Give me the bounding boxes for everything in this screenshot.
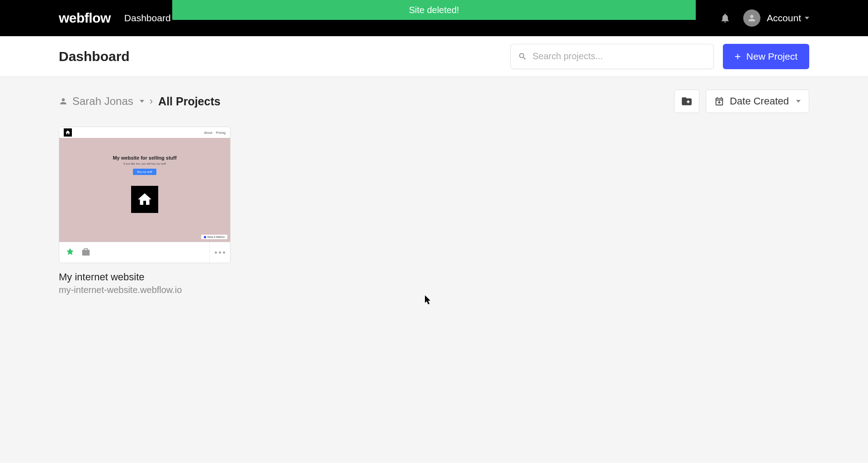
project-card-footer	[59, 242, 230, 263]
search-input[interactable]	[533, 51, 706, 61]
project-more-menu[interactable]	[209, 242, 230, 263]
thumb-cta: Buy my stuff	[133, 169, 157, 175]
page-title: Dashboard	[59, 49, 510, 64]
thumb-center-logo-icon	[131, 186, 158, 213]
sort-dropdown[interactable]: Date Created	[706, 90, 809, 113]
breadcrumb-current: All Projects	[158, 95, 221, 108]
project-url[interactable]: my-internet-website.webflow.io	[59, 285, 231, 295]
account-menu-label[interactable]: Account	[767, 13, 801, 24]
thumb-headline: My website for selling stuff	[113, 155, 176, 161]
status-published-icon[interactable]	[66, 247, 75, 258]
search-box[interactable]	[510, 44, 714, 69]
folder-add-icon	[681, 95, 693, 107]
project-card[interactable]: About Pricing My website for selling stu…	[59, 127, 231, 295]
calendar-icon	[714, 96, 724, 106]
project-grid: About Pricing My website for selling stu…	[0, 113, 868, 309]
caret-down-icon	[140, 100, 144, 103]
avatar[interactable]	[743, 9, 760, 27]
project-name[interactable]: My internet website	[59, 271, 231, 283]
breadcrumb-user-name: Sarah Jonas	[72, 95, 133, 108]
controls-row: Sarah Jonas › All Projects Date Created	[0, 77, 868, 113]
user-icon	[59, 97, 68, 106]
plus-icon: +	[735, 50, 741, 63]
notifications-bell-icon[interactable]	[720, 13, 731, 24]
sort-label: Date Created	[730, 95, 789, 107]
breadcrumb: Sarah Jonas › All Projects	[59, 95, 221, 108]
caret-down-icon	[796, 100, 801, 103]
thumb-logo-icon	[64, 128, 72, 137]
thumb-subtext: If you like 'em, you will buy my stuff	[123, 162, 165, 165]
dashboard-header: Dashboard + New Project	[0, 36, 868, 77]
project-thumbnail[interactable]: About Pricing My website for selling stu…	[59, 127, 230, 242]
search-icon	[518, 52, 527, 61]
notification-text: Site deleted!	[409, 5, 459, 15]
chevron-right-icon: ›	[150, 95, 153, 107]
thumb-nav-pricing: Pricing	[216, 131, 226, 134]
new-project-button[interactable]: + New Project	[723, 44, 809, 69]
nav-dashboard-link[interactable]: Dashboard	[124, 13, 171, 24]
breadcrumb-user-dropdown[interactable]: Sarah Jonas	[59, 95, 144, 108]
account-menu-caret-icon[interactable]	[805, 17, 809, 19]
thumb-nav: About Pricing	[59, 127, 230, 138]
new-project-label: New Project	[746, 51, 797, 62]
notification-banner: Site deleted!	[172, 0, 696, 20]
made-in-webflow-badge: Made in Webflow	[201, 235, 227, 239]
add-folder-button[interactable]	[674, 90, 699, 113]
webflow-logo[interactable]: webflow	[59, 10, 111, 26]
ecommerce-icon[interactable]	[81, 247, 91, 259]
thumb-nav-about: About	[204, 131, 212, 134]
ellipsis-icon	[215, 251, 225, 254]
